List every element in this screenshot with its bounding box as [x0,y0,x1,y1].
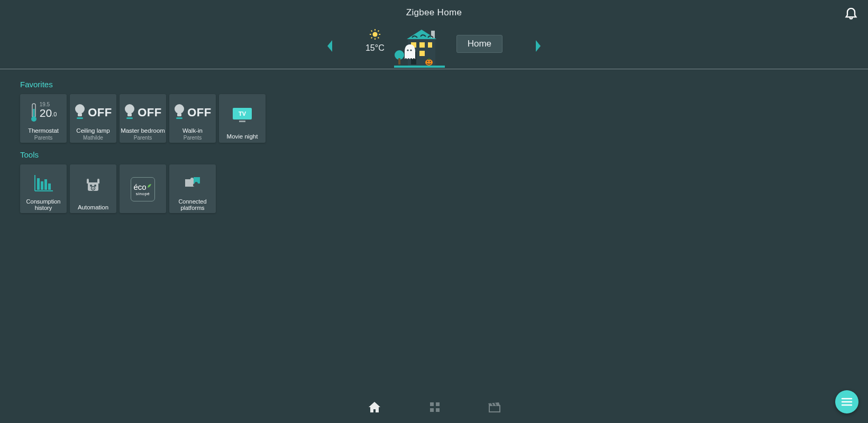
tile-sublabel: Parents [28,135,59,141]
bulb-icon [124,104,135,122]
svg-line-9 [378,31,379,32]
svg-rect-35 [127,113,132,116]
svg-rect-17 [428,42,432,48]
tv-icon: TV [231,106,254,125]
svg-rect-47 [44,179,47,190]
outdoor-temperature: 15°C [366,43,385,53]
favorite-tile-walk-in[interactable]: OFF Walk-in Parents [169,94,216,143]
tool-tile-consumption-history[interactable]: Consumption history [20,164,67,213]
location-display: 15°C [366,26,502,68]
tools-heading: Tools [20,150,868,159]
location-pill[interactable]: Home [456,35,502,53]
nav-scenes-button[interactable] [488,401,501,415]
leaf-icon [147,183,152,188]
svg-rect-30 [33,109,34,118]
light-state: OFF [187,106,212,119]
tile-label: Ceiling lamp [76,127,109,134]
svg-point-1 [372,32,377,36]
bar-chart-icon [33,174,54,192]
tool-tile-automation[interactable]: Automation [70,164,116,213]
tile-label: Walk-in [182,127,203,134]
menu-fab-button[interactable] [835,390,858,413]
top-bar: Zigbee Home [0,0,868,25]
bulb-icon [74,104,86,122]
svg-point-55 [94,185,96,187]
tools-row: Consumption history Automation éco sinop… [20,164,868,213]
bottom-nav [0,393,868,423]
svg-marker-63 [488,402,500,406]
svg-point-21 [410,49,412,51]
svg-point-31 [75,104,85,114]
svg-rect-61 [436,408,440,412]
svg-point-54 [90,185,92,187]
house-illustration-icon [394,26,445,68]
next-location-button[interactable] [534,40,542,54]
svg-rect-36 [126,117,133,119]
hamburger-icon [841,397,853,407]
tile-label: Consumption history [20,198,67,211]
svg-rect-39 [176,117,182,119]
prev-location-button[interactable] [326,40,334,54]
favorite-tile-thermostat[interactable]: 19.5 20.0 Thermostat Parents [20,94,67,143]
svg-line-8 [371,38,372,39]
svg-rect-11 [398,58,400,65]
svg-point-53 [97,179,99,181]
tool-tile-connected-platforms[interactable]: Connected platforms [169,164,216,213]
svg-point-20 [407,49,408,51]
favorite-tile-ceiling-lamp[interactable]: OFF Ceiling lamp Mathilde [70,94,116,143]
content-area: Favorites 19.5 20.0 Th [0,69,868,213]
robot-icon [83,177,104,195]
svg-rect-46 [41,181,43,190]
thermometer-icon [30,103,38,123]
svg-rect-38 [177,113,181,116]
nav-home-button[interactable] [368,401,381,416]
thermostat-temp-whole: 20 [40,107,52,118]
svg-line-6 [371,31,372,32]
svg-line-7 [378,38,379,39]
favorites-row: 19.5 20.0 Thermostat Parents [20,94,868,143]
tile-sublabel: Parents [121,135,165,141]
weather-widget: 15°C [366,29,385,68]
favorite-tile-movie-night[interactable]: TV Movie night [219,94,266,143]
tile-label: Automation [78,204,108,211]
app-root: Zigbee Home 15°C [0,0,868,423]
favorite-tile-master-bedroom[interactable]: OFF Master bedroom Parents [120,94,166,143]
eco-sinope-icon: éco sinopé [131,177,155,201]
chevron-right-icon [534,40,542,52]
home-icon [368,401,381,413]
tool-tile-eco-sinope[interactable]: éco sinopé [120,164,166,213]
favorites-heading: Favorites [20,80,868,89]
bulb-icon [173,104,185,122]
svg-rect-59 [436,402,440,406]
svg-point-52 [87,179,89,181]
svg-rect-41 [239,121,245,122]
svg-rect-62 [489,406,500,412]
svg-point-37 [175,104,184,114]
svg-point-57 [93,188,94,189]
tile-sublabel: Parents [182,135,203,141]
svg-rect-26 [394,66,445,68]
chevron-left-icon [326,40,334,52]
svg-rect-48 [48,183,51,190]
svg-rect-58 [430,402,434,406]
svg-rect-60 [430,408,434,412]
tile-label: Connected platforms [169,198,216,211]
grid-icon [429,401,441,413]
page-title: Zigbee Home [406,7,462,17]
tile-sublabel: Mathilde [76,135,109,141]
tile-label: Thermostat [28,127,59,134]
svg-marker-0 [327,40,332,52]
clapperboard-icon [488,401,501,413]
puzzle-icon [182,174,203,192]
svg-rect-45 [37,178,40,190]
svg-text:TV: TV [239,111,246,117]
nav-grid-button[interactable] [429,401,441,415]
svg-rect-18 [419,51,425,56]
svg-marker-27 [536,40,541,52]
svg-point-34 [125,104,134,114]
svg-rect-23 [428,58,430,60]
notifications-button[interactable] [844,5,858,22]
thermostat-temp-dec: .0 [52,112,57,117]
sun-icon [369,29,381,40]
bell-icon [844,5,858,20]
